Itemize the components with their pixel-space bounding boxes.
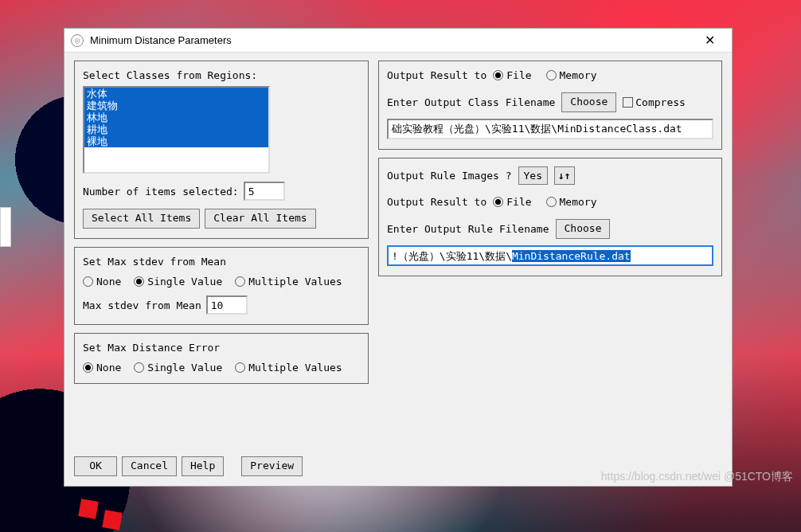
- output-class-group: Output Result to File Memory Enter Outpu…: [378, 61, 722, 150]
- out-rule-memory-radio[interactable]: Memory: [546, 196, 597, 208]
- out-rule-file-radio[interactable]: File: [493, 196, 531, 208]
- out-rule-yes-toggle[interactable]: Yes: [518, 166, 548, 185]
- out-class-path-input[interactable]: [387, 119, 713, 139]
- stdev-single-radio[interactable]: Single Value: [134, 276, 222, 288]
- watermark-text: https://blog.csdn.net/wei @51CTO博客: [601, 470, 793, 484]
- titlebar: ◎ Minimum Distance Parameters ✕: [64, 29, 732, 53]
- close-button[interactable]: ✕: [694, 33, 725, 48]
- stdev-multiple-radio[interactable]: Multiple Values: [235, 276, 342, 288]
- bg-shape: [78, 499, 98, 518]
- list-item[interactable]: 林地: [84, 111, 268, 123]
- list-item[interactable]: 水体: [84, 88, 268, 100]
- dist-title: Set Max Distance Error: [83, 342, 360, 354]
- stdev-title: Set Max stdev from Mean: [83, 256, 360, 268]
- out-class-memory-radio[interactable]: Memory: [546, 69, 597, 81]
- list-item[interactable]: 建筑物: [84, 100, 268, 111]
- list-item[interactable]: 裸地: [84, 135, 268, 147]
- dist-single-radio[interactable]: Single Value: [134, 362, 222, 374]
- dialog-body: Select Classes from Regions: 水体 建筑物 林地 耕…: [64, 53, 732, 450]
- dist-multiple-radio[interactable]: Multiple Values: [235, 362, 342, 374]
- stdev-group: Set Max stdev from Mean None Single Valu…: [74, 247, 369, 325]
- out-rule-path-input[interactable]: !（光盘）\实验11\数据\MinDistanceRule.dat: [387, 245, 713, 266]
- classes-label: Select Classes from Regions:: [83, 69, 360, 81]
- out-class-enter-label: Enter Output Class Filename: [387, 96, 555, 108]
- dialog: ◎ Minimum Distance Parameters ✕ Select C…: [64, 28, 733, 487]
- out-rule-enter-label: Enter Output Rule Filename: [387, 223, 549, 235]
- dist-none-radio[interactable]: None: [83, 362, 121, 374]
- ok-button[interactable]: OK: [74, 456, 117, 476]
- classes-group: Select Classes from Regions: 水体 建筑物 林地 耕…: [74, 61, 369, 239]
- out-rule-q-label: Output Rule Images ?: [387, 170, 512, 182]
- stdev-none-radio[interactable]: None: [83, 276, 121, 288]
- bg-shape: [102, 510, 122, 530]
- compress-checkbox[interactable]: Compress: [623, 96, 686, 108]
- app-icon: ◎: [71, 34, 84, 47]
- stdev-value-label: Max stdev from Mean: [83, 299, 201, 311]
- select-all-button[interactable]: Select All Items: [83, 209, 200, 229]
- out-class-file-radio[interactable]: File: [493, 69, 531, 81]
- clear-all-button[interactable]: Clear All Items: [205, 209, 315, 229]
- window-title: Minimum Distance Parameters: [90, 34, 694, 46]
- bg-strip: [0, 207, 11, 247]
- dist-group: Set Max Distance Error None Single Value…: [74, 333, 369, 384]
- stdev-value-input[interactable]: [206, 295, 248, 315]
- selected-count-label: Number of items selected:: [83, 186, 239, 198]
- out-class-choose-button[interactable]: Choose: [561, 92, 616, 112]
- out-class-result-label: Output Result to: [387, 69, 486, 81]
- output-rule-group: Output Rule Images ? Yes ↓↑ Output Resul…: [378, 158, 722, 276]
- preview-button[interactable]: Preview: [241, 456, 303, 476]
- out-rule-choose-button[interactable]: Choose: [556, 219, 611, 239]
- list-item[interactable]: 耕地: [84, 123, 268, 135]
- selected-count-input[interactable]: [244, 182, 285, 201]
- cancel-button[interactable]: Cancel: [122, 456, 177, 476]
- out-rule-result-label: Output Result to: [387, 196, 486, 208]
- help-button[interactable]: Help: [182, 456, 224, 476]
- swap-icon[interactable]: ↓↑: [554, 166, 575, 185]
- classes-list[interactable]: 水体 建筑物 林地 耕地 裸地: [83, 86, 270, 174]
